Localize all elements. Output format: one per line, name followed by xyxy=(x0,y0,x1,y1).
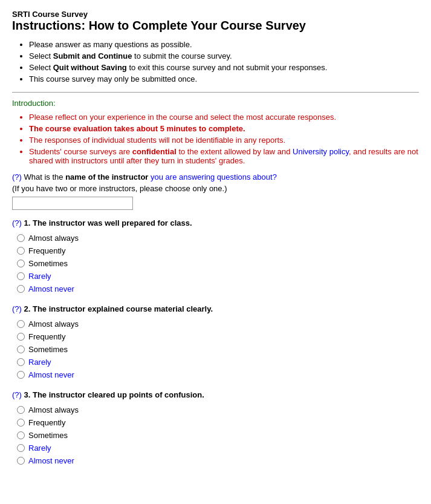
instructor-input[interactable] xyxy=(12,197,133,210)
q3-sometimes-label: Sometimes xyxy=(28,431,68,440)
q1-sometimes-label: Sometimes xyxy=(28,259,68,268)
instruction-item-1: Please answer as many questions as possi… xyxy=(29,40,419,49)
radio-option[interactable]: Frequently xyxy=(17,246,419,255)
radio-option[interactable]: Rarely xyxy=(17,358,419,367)
q3-almost-never-label: Almost never xyxy=(28,456,74,465)
q3-frequently-label: Frequently xyxy=(28,418,65,427)
q1-frequently-radio[interactable] xyxy=(17,247,25,255)
radio-option[interactable]: Sometimes xyxy=(17,431,419,440)
q2-frequently-radio[interactable] xyxy=(17,333,25,341)
q1-almost-never-label: Almost never xyxy=(28,284,74,293)
main-heading: Instructions: How to Complete Your Cours… xyxy=(12,19,419,33)
q1-frequently-label: Frequently xyxy=(28,246,65,255)
question-2-label: (?) 2. The instructor explained course m… xyxy=(12,304,419,313)
page-title-text: SRTI Course Survey xyxy=(12,10,88,19)
intro-item-4: Students' course surveys are confidentia… xyxy=(29,147,419,165)
q2-almost-always-label: Almost always xyxy=(28,319,79,329)
question-1-options: Almost always Frequently Sometimes Rarel… xyxy=(12,234,419,293)
q2-sometimes-radio[interactable] xyxy=(17,345,25,353)
q2-rarely-radio[interactable] xyxy=(17,358,25,366)
question-3-qmark: (?) xyxy=(12,390,22,399)
q2-sometimes-label: Sometimes xyxy=(28,345,68,354)
question-3-label: (?) 3. The instructor cleared up points … xyxy=(12,390,419,399)
intro-list: Please reflect on your experience in the… xyxy=(12,113,419,165)
q2-rarely-label: Rarely xyxy=(28,358,51,367)
intro-item-2: The course evaluation takes about 5 minu… xyxy=(29,124,419,133)
q1-almost-never-radio[interactable] xyxy=(17,285,25,293)
q3-almost-always-radio[interactable] xyxy=(17,406,25,414)
section-label: Introduction: xyxy=(12,99,419,108)
radio-option[interactable]: Rarely xyxy=(17,272,419,281)
page-title: SRTI Course Survey xyxy=(12,10,419,19)
radio-option[interactable]: Almost always xyxy=(17,234,419,243)
radio-option[interactable]: Sometimes xyxy=(17,345,419,354)
q3-rarely-radio[interactable] xyxy=(17,444,25,452)
radio-option[interactable]: Frequently xyxy=(17,332,419,341)
radio-option[interactable]: Almost always xyxy=(17,319,419,329)
intro-item-3: The responses of individual students wil… xyxy=(29,136,419,145)
intro-item-1: Please reflect on your experience in the… xyxy=(29,113,419,122)
instructor-question-block: (?) What is the name of the instructor y… xyxy=(12,172,419,182)
question-3-block: (?) 3. The instructor cleared up points … xyxy=(12,390,419,465)
q2-almost-always-radio[interactable] xyxy=(17,320,25,328)
q2-almost-never-radio[interactable] xyxy=(17,371,25,379)
radio-option[interactable]: Frequently xyxy=(17,418,419,427)
instruction-item-4: This course survey may only be submitted… xyxy=(29,74,419,83)
question-2-options: Almost always Frequently Sometimes Rarel… xyxy=(12,319,419,379)
q1-almost-always-label: Almost always xyxy=(28,234,79,243)
q1-rarely-radio[interactable] xyxy=(17,272,25,280)
instructor-sub-prompt: (If you have two or more instructors, pl… xyxy=(12,184,419,193)
q3-almost-never-radio[interactable] xyxy=(17,457,25,465)
radio-option[interactable]: Sometimes xyxy=(17,259,419,268)
q1-rarely-label: Rarely xyxy=(28,272,51,281)
question-1-block: (?) 1. The instructor was well prepared … xyxy=(12,218,419,293)
divider xyxy=(12,92,419,93)
q3-rarely-label: Rarely xyxy=(28,443,51,453)
radio-option[interactable]: Almost always xyxy=(17,405,419,414)
q2-frequently-label: Frequently xyxy=(28,332,65,341)
q1-sometimes-radio[interactable] xyxy=(17,260,25,267)
instruction-item-2: Select Submit and Continue to submit the… xyxy=(29,51,419,61)
radio-option[interactable]: Almost never xyxy=(17,370,419,379)
q1-almost-always-radio[interactable] xyxy=(17,234,25,242)
q2-almost-never-label: Almost never xyxy=(28,370,74,379)
q3-almost-always-label: Almost always xyxy=(28,405,79,414)
question-2-block: (?) 2. The instructor explained course m… xyxy=(12,304,419,379)
question-1-label: (?) 1. The instructor was well prepared … xyxy=(12,218,419,227)
q3-frequently-radio[interactable] xyxy=(17,419,25,427)
radio-option[interactable]: Rarely xyxy=(17,443,419,453)
question-1-qmark: (?) xyxy=(12,218,22,227)
radio-option[interactable]: Almost never xyxy=(17,284,419,293)
question-3-options: Almost always Frequently Sometimes Rarel… xyxy=(12,405,419,465)
instruction-item-3: Select Quit without Saving to exit this … xyxy=(29,63,419,72)
instructions-list: Please answer as many questions as possi… xyxy=(12,40,419,83)
question-2-qmark: (?) xyxy=(12,304,22,313)
q3-sometimes-radio[interactable] xyxy=(17,431,25,439)
radio-option[interactable]: Almost never xyxy=(17,456,419,465)
instructor-q-mark: (?) xyxy=(12,172,22,182)
